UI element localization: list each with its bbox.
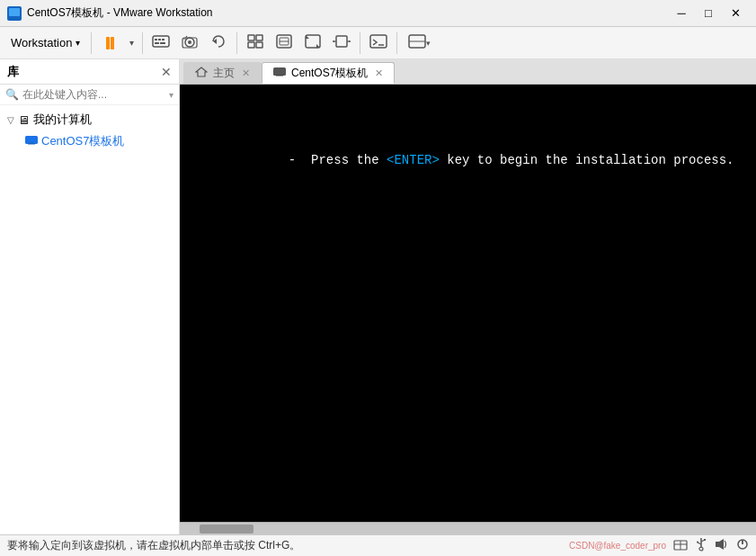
sidebar-search-bar: 🔍 ▾ — [0, 85, 179, 105]
view-button[interactable]: ▾ — [401, 30, 437, 57]
tree-expand-icon: ▽ — [7, 115, 14, 125]
svg-point-43 — [699, 547, 703, 551]
terminal-button[interactable] — [364, 30, 393, 57]
toolbar-separator-1 — [91, 32, 92, 54]
vm-screen[interactable]: - Press the <ENTER> key to begin the ins… — [180, 85, 756, 522]
computer-icon: 🖥 — [18, 113, 30, 127]
home-tab-label: 主页 — [213, 66, 235, 81]
my-computer-label: 我的计算机 — [33, 112, 92, 128]
svg-rect-16 — [248, 42, 254, 48]
fullscreen-icon — [246, 33, 264, 52]
revert-button[interactable] — [204, 30, 233, 57]
tree-group-my-computer: ▽ 🖥 我的计算机 CentOS7模板机 — [0, 109, 179, 152]
workstation-label: Workstation — [11, 36, 72, 49]
snapshot-icon — [181, 33, 199, 52]
keyboard-icon — [152, 34, 170, 51]
svg-rect-1 — [9, 8, 20, 16]
svg-rect-29 — [370, 35, 387, 48]
watermark: CSDN@fake_coder_pro — [569, 541, 666, 551]
svg-rect-37 — [273, 67, 286, 76]
network-icon[interactable] — [673, 538, 688, 553]
maximize-button[interactable]: □ — [695, 0, 722, 27]
revert-icon — [209, 33, 227, 52]
home-tab-close-button[interactable]: ✕ — [242, 67, 250, 79]
content-area: 主页 ✕ CentOS7模板机 ✕ - Press the <ENTER> ke… — [180, 59, 756, 534]
svg-rect-4 — [153, 36, 169, 47]
search-input[interactable] — [22, 88, 165, 101]
send-ctrlaltdel-button[interactable] — [147, 30, 175, 57]
terminal-suffix: key to begin the installation process. — [440, 153, 734, 167]
vm-tab-icon — [273, 67, 286, 79]
main-layout: 库 ✕ 🔍 ▾ ▽ 🖥 我的计算机 CentOS7模板机 — [0, 59, 756, 534]
svg-marker-49 — [719, 539, 724, 550]
vm-display[interactable]: - Press the <ENTER> key to begin the ins… — [180, 85, 756, 522]
svg-marker-27 — [333, 40, 334, 42]
stretch-button[interactable] — [298, 30, 327, 57]
minimize-button[interactable]: ─ — [668, 0, 695, 27]
svg-rect-3 — [13, 16, 17, 17]
status-message: 要将输入定向到该虚拟机，请在虚拟机内部单击或按 Ctrl+G。 — [7, 538, 300, 553]
snapshot-button[interactable] — [175, 30, 204, 57]
unity-button[interactable] — [270, 30, 298, 57]
toolbar-separator-5 — [396, 32, 397, 54]
svg-rect-2 — [11, 17, 18, 19]
unity-icon — [275, 33, 293, 52]
home-tab-icon — [195, 67, 208, 80]
workstation-menu[interactable]: Workstation ▾ — [4, 32, 87, 53]
pause-icon — [106, 37, 114, 49]
status-bar: 要将输入定向到该虚拟机，请在虚拟机内部单击或按 Ctrl+G。 CSDN@fak… — [0, 534, 756, 556]
svg-rect-8 — [155, 42, 159, 44]
svg-rect-7 — [162, 39, 165, 40]
vm-scrollbar-thumb[interactable] — [200, 525, 253, 534]
svg-rect-14 — [248, 35, 254, 40]
svg-rect-5 — [155, 39, 157, 40]
svg-rect-17 — [256, 42, 262, 48]
centos7-vm-label: CentOS7模板机 — [41, 133, 124, 149]
sidebar-close-button[interactable]: ✕ — [161, 65, 172, 79]
toolbar-separator-3 — [236, 32, 237, 54]
terminal-icon — [369, 33, 387, 52]
tab-vm[interactable]: CentOS7模板机 ✕ — [262, 62, 395, 84]
svg-rect-24 — [336, 36, 347, 47]
tab-home[interactable]: 主页 ✕ — [183, 62, 262, 84]
close-button[interactable]: ✕ — [722, 0, 749, 27]
vm-scrollbar[interactable] — [180, 522, 756, 534]
sidebar-header: 库 ✕ — [0, 59, 179, 85]
audio-icon[interactable] — [715, 538, 729, 553]
svg-rect-48 — [716, 542, 719, 547]
window-title: CentOS7模板机 - VMware Workstation — [27, 5, 668, 21]
toolbar-separator-2 — [142, 32, 143, 54]
tree-item-my-computer[interactable]: ▽ 🖥 我的计算机 — [0, 109, 179, 130]
menu-bar: Workstation ▾ ▾ — [0, 27, 756, 59]
stretch-icon — [304, 33, 322, 52]
svg-point-47 — [697, 542, 698, 543]
view-chevron-icon: ▾ — [426, 39, 431, 48]
pause-button[interactable] — [95, 30, 124, 57]
pause-dropdown-button[interactable]: ▾ — [124, 30, 138, 57]
toolbar-separator-4 — [360, 32, 360, 54]
svg-marker-28 — [349, 40, 351, 42]
title-bar: CentOS7模板机 - VMware Workstation ─ □ ✕ — [0, 0, 756, 27]
vm-tab-close-button[interactable]: ✕ — [375, 67, 383, 79]
tree-item-centos7[interactable]: CentOS7模板机 — [0, 130, 179, 152]
status-right-icons: CSDN@fake_coder_pro — [569, 537, 749, 554]
usb-icon[interactable] — [695, 537, 707, 554]
terminal-line: - Press the <ENTER> key to begin the ins… — [198, 139, 734, 182]
window-controls: ─ □ ✕ — [668, 0, 749, 27]
terminal-prefix: - Press the — [273, 153, 387, 167]
fit-button[interactable] — [327, 30, 356, 57]
fullscreen-button[interactable] — [241, 30, 270, 57]
power-icon[interactable] — [736, 538, 749, 553]
search-dropdown-icon[interactable]: ▾ — [169, 90, 173, 100]
tabs-bar: 主页 ✕ CentOS7模板机 ✕ — [180, 59, 756, 85]
sidebar-title: 库 — [7, 64, 19, 80]
fit-icon — [333, 33, 351, 52]
vm-icon — [25, 135, 38, 148]
workstation-chevron-icon: ▾ — [76, 38, 80, 48]
svg-point-11 — [188, 40, 191, 44]
svg-marker-36 — [196, 67, 207, 76]
svg-rect-35 — [30, 142, 34, 143]
svg-rect-38 — [276, 75, 283, 76]
svg-rect-9 — [160, 42, 165, 44]
search-icon: 🔍 — [5, 88, 19, 101]
